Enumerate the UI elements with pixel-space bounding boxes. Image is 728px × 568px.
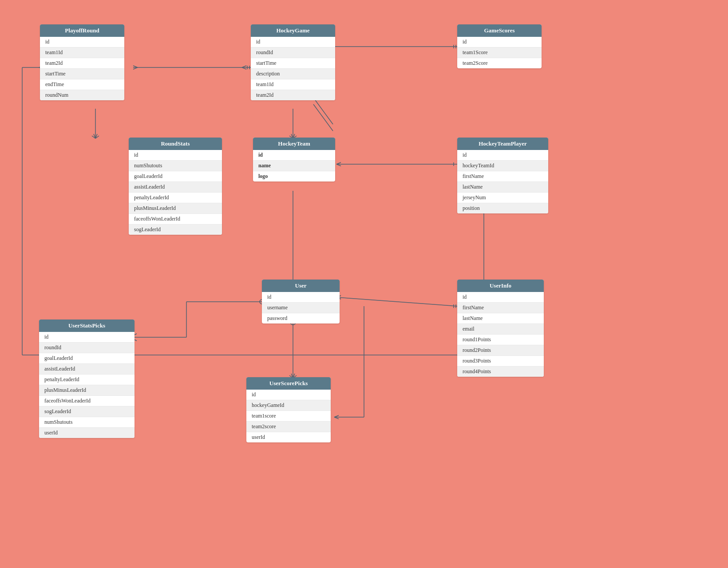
field-u-password: password (262, 313, 340, 323)
field-usp-roundid: roundId (39, 343, 135, 353)
entity-header-gamescores: GameScores (457, 24, 542, 37)
field-gs-id: id (457, 37, 542, 47)
svg-line-14 (95, 136, 99, 138)
field-hg-roundid: roundId (251, 47, 335, 58)
field-hg-team2id: team2Id (251, 90, 335, 100)
field-usp-sogleaderid: sogLeaderId (39, 406, 135, 417)
field-gs-team2score: team2Score (457, 58, 542, 68)
svg-line-6 (242, 67, 246, 69)
field-pr-team1id: team1Id (40, 47, 124, 58)
field-ui-id: id (457, 292, 544, 303)
entity-userinfo: UserInfo id firstName lastName email rou… (457, 280, 544, 377)
entity-hockeyteam: HockeyTeam id name logo (253, 138, 335, 181)
svg-line-2 (133, 67, 138, 69)
field-hg-starttime: startTime (251, 58, 335, 69)
entity-header-userstatspicks: UserStatsPicks (39, 320, 135, 332)
field-ui-email: email (457, 324, 544, 335)
svg-line-27 (337, 297, 457, 306)
field-ui-round1points: round1Points (457, 335, 544, 345)
svg-line-13 (92, 136, 95, 138)
field-rs-id: id (129, 150, 222, 161)
svg-line-21 (313, 104, 333, 131)
field-u-id: id (262, 292, 340, 303)
field-usp-userid: userId (39, 428, 135, 438)
entity-header-roundstats: RoundStats (129, 138, 222, 150)
entity-header-playoffround: PlayoffRound (40, 24, 124, 37)
field-hg-id: id (251, 37, 335, 47)
field-ht-id: id (253, 150, 335, 161)
field-hg-team1id: team1Id (251, 79, 335, 90)
field-uscp-team2score: team2score (246, 422, 331, 432)
field-ui-firstname: firstName (457, 303, 544, 313)
entity-header-user: User (262, 280, 340, 292)
field-ui-round2points: round2Points (457, 345, 544, 356)
field-usp-id: id (39, 332, 135, 343)
field-hg-description: description (251, 69, 335, 79)
field-usp-plusminusleaderid: plusMinusLeaderId (39, 385, 135, 396)
field-rs-numshutouts: numShutouts (129, 161, 222, 171)
svg-line-1 (133, 66, 138, 67)
field-htp-id: id (457, 150, 548, 161)
entity-roundstats: RoundStats id numShutouts goalLeaderId a… (129, 138, 222, 235)
field-ht-name: name (253, 161, 335, 171)
entity-header-hockeyteam: HockeyTeam (253, 138, 335, 150)
entity-header-userinfo: UserInfo (457, 280, 544, 292)
field-usp-goalleaderid: goalLeaderId (39, 353, 135, 364)
entity-playoffround: PlayoffRound id team1Id team2Id startTim… (40, 24, 124, 100)
diagram-container: PlayoffRound id team1Id team2Id startTim… (0, 0, 728, 568)
field-htp-position: position (457, 203, 548, 213)
field-ht-logo: logo (253, 171, 335, 181)
field-rs-plusminusleaderid: plusMinusLeaderId (129, 203, 222, 214)
field-pr-roundnum: roundNum (40, 90, 124, 100)
field-rs-faceoffswonleaderid: faceoffsWonLeaderId (129, 214, 222, 225)
field-ui-round3points: round3Points (457, 356, 544, 367)
svg-line-25 (336, 164, 341, 166)
field-pr-id: id (40, 37, 124, 47)
svg-line-20 (313, 98, 333, 124)
field-pr-starttime: startTime (40, 69, 124, 79)
entity-header-hockeyteamplayer: HockeyTeamPlayer (457, 138, 548, 150)
entity-userscorepicks: UserScorePicks id hockeyGameId team1scor… (246, 377, 331, 442)
entity-userstatspicks: UserStatsPicks id roundId goalLeaderId a… (39, 320, 135, 438)
field-ui-round4points: round4Points (457, 367, 544, 377)
svg-line-5 (242, 66, 246, 67)
field-htp-firstname: firstName (457, 171, 548, 182)
field-u-username: username (262, 303, 340, 313)
field-uscp-hockeygameid: hockeyGameId (246, 400, 331, 411)
entity-hockeygame: HockeyGame id roundId startTime descript… (251, 24, 335, 100)
field-pr-team2id: team2Id (40, 58, 124, 69)
field-ui-lastname: lastName (457, 313, 544, 324)
svg-line-49 (334, 415, 339, 417)
field-usp-penaltyleaderid: penaltyLeaderId (39, 375, 135, 385)
field-uscp-userid: userId (246, 432, 331, 442)
entity-header-hockeygame: HockeyGame (251, 24, 335, 37)
entity-hockeyteamplayer: HockeyTeamPlayer id hockeyTeamId firstNa… (457, 138, 548, 213)
field-usp-assistleaderid: assistLeaderId (39, 364, 135, 375)
entity-header-userscorepicks: UserScorePicks (246, 377, 331, 390)
field-uscp-id: id (246, 390, 331, 400)
field-rs-penaltyleaderid: penaltyLeaderId (129, 193, 222, 203)
svg-line-24 (336, 162, 341, 164)
field-htp-jerseynum: jerseyNum (457, 193, 548, 203)
field-pr-endtime: endTime (40, 79, 124, 90)
svg-line-12 (95, 134, 97, 138)
svg-line-50 (334, 417, 339, 419)
svg-line-11 (94, 134, 95, 138)
entity-gamescores: GameScores id team1Score team2Score (457, 24, 542, 68)
field-gs-team1score: team1Score (457, 47, 542, 58)
entity-user: User id username password (262, 280, 340, 323)
field-htp-hockeyteamid: hockeyTeamId (457, 161, 548, 171)
field-usp-numshutouts: numShutouts (39, 417, 135, 428)
field-rs-assistleaderid: assistLeaderId (129, 182, 222, 193)
field-uscp-team1score: team1score (246, 411, 331, 422)
field-rs-goalleaderid: goalLeaderId (129, 171, 222, 182)
field-htp-lastname: lastName (457, 182, 548, 193)
field-usp-faceoffswonleaderid: faceoffsWonLeaderId (39, 396, 135, 406)
field-rs-sogleaderid: sogLeaderId (129, 225, 222, 235)
